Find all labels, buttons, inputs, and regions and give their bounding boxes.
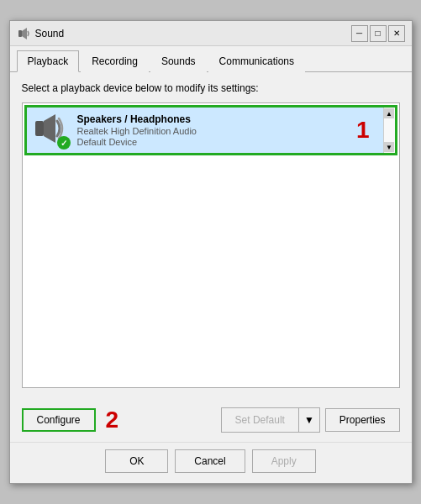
device-list[interactable]: ✓ Speakers / Headphones Realtek High Def…: [22, 102, 400, 388]
tab-playback[interactable]: Playback: [17, 50, 80, 72]
svg-rect-2: [35, 121, 44, 136]
dialog-buttons: OK Cancel Apply: [10, 442, 412, 483]
device-name: Speakers / Headphones: [77, 113, 388, 125]
dropdown-arrow-icon: ▼: [304, 414, 314, 426]
set-default-group: Set Default ▼: [221, 407, 320, 433]
device-info: Speakers / Headphones Realtek High Defin…: [77, 113, 388, 147]
sound-dialog: Sound ─ □ ✕ Playback Recording Sounds Co…: [9, 20, 413, 484]
set-default-button[interactable]: Set Default: [222, 408, 299, 432]
maximize-button[interactable]: □: [370, 25, 387, 42]
svg-rect-0: [18, 30, 22, 37]
set-default-arrow-button[interactable]: ▼: [299, 408, 319, 432]
cancel-button[interactable]: Cancel: [175, 449, 245, 473]
tab-recording[interactable]: Recording: [81, 50, 149, 72]
window-controls: ─ □ ✕: [351, 25, 405, 42]
ok-button[interactable]: OK: [105, 449, 168, 473]
device-status: Default Device: [77, 137, 388, 147]
title-bar: Sound ─ □ ✕: [10, 21, 412, 46]
close-button[interactable]: ✕: [388, 25, 405, 42]
svg-marker-1: [22, 28, 27, 39]
device-driver: Realtek High Definition Audio: [77, 126, 388, 136]
step-1-badge: 1: [356, 117, 370, 144]
configure-button[interactable]: Configure: [22, 408, 96, 432]
tab-sounds[interactable]: Sounds: [150, 50, 207, 72]
device-icon-container: ✓: [34, 113, 69, 148]
apply-button[interactable]: Apply: [252, 449, 316, 473]
svg-marker-3: [44, 114, 55, 143]
tab-communications[interactable]: Communications: [208, 50, 305, 72]
device-item-speakers[interactable]: ✓ Speakers / Headphones Realtek High Def…: [24, 105, 397, 155]
window-icon: [17, 27, 30, 40]
scrollbar[interactable]: ▲ ▼: [383, 108, 395, 153]
step-2-badge: 2: [106, 407, 119, 433]
instruction-text: Select a playback device below to modify…: [22, 82, 400, 94]
tab-bar: Playback Recording Sounds Communications: [10, 46, 412, 72]
bottom-bar: Configure 2 Set Default ▼ Properties: [10, 398, 412, 442]
minimize-button[interactable]: ─: [351, 25, 368, 42]
properties-button[interactable]: Properties: [325, 408, 400, 432]
content-area: Select a playback device below to modify…: [10, 72, 412, 398]
default-check-icon: ✓: [57, 136, 71, 150]
window-title: Sound: [35, 28, 351, 39]
